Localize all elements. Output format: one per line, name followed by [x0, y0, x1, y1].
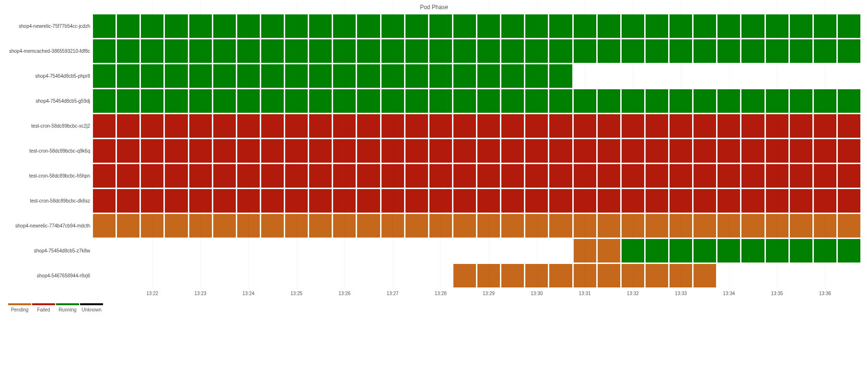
heatmap-cell[interactable] [766, 189, 788, 213]
heatmap-cell[interactable] [694, 114, 716, 138]
heatmap-cell[interactable] [285, 239, 308, 263]
heatmap-cell[interactable] [766, 214, 788, 238]
heatmap-cell[interactable] [718, 264, 740, 287]
heatmap-cell[interactable] [382, 14, 404, 38]
heatmap-cell[interactable] [382, 89, 404, 113]
heatmap-cell[interactable] [213, 264, 236, 287]
heatmap-cell[interactable] [213, 189, 236, 213]
heatmap-cell[interactable] [741, 64, 764, 88]
heatmap-cell[interactable] [285, 14, 308, 38]
heatmap-cell[interactable] [814, 64, 836, 88]
heatmap-cell[interactable] [477, 139, 500, 163]
heatmap-cell[interactable] [670, 64, 692, 88]
heatmap-cell[interactable] [117, 214, 139, 238]
heatmap-cell[interactable] [93, 39, 116, 63]
heatmap-cell[interactable] [646, 139, 668, 163]
heatmap-cell[interactable] [429, 139, 452, 163]
heatmap-cell[interactable] [598, 64, 620, 88]
heatmap-cell[interactable] [189, 239, 212, 263]
heatmap-cell[interactable] [549, 214, 572, 238]
heatmap-cell[interactable] [814, 139, 836, 163]
heatmap-cell[interactable] [814, 214, 836, 238]
heatmap-cell[interactable] [718, 14, 740, 38]
heatmap-cell[interactable] [694, 239, 716, 263]
heatmap-cell[interactable] [598, 14, 620, 38]
heatmap-cell[interactable] [117, 114, 139, 138]
heatmap-cell[interactable] [309, 64, 332, 88]
heatmap-cell[interactable] [189, 264, 212, 287]
heatmap-cell[interactable] [766, 39, 788, 63]
heatmap-cell[interactable] [741, 214, 764, 238]
heatmap-cell[interactable] [718, 89, 740, 113]
heatmap-cell[interactable] [453, 14, 476, 38]
heatmap-cell[interactable] [766, 239, 788, 263]
heatmap-cell[interactable] [646, 239, 668, 263]
heatmap-cell[interactable] [694, 14, 716, 38]
heatmap-cell[interactable] [333, 14, 356, 38]
heatmap-cell[interactable] [285, 114, 308, 138]
heatmap-cell[interactable] [838, 64, 860, 88]
heatmap-cell[interactable] [141, 89, 163, 113]
heatmap-cell[interactable] [501, 239, 524, 263]
heatmap-cell[interactable] [141, 164, 163, 188]
heatmap-cell[interactable] [382, 189, 404, 213]
heatmap-cell[interactable] [429, 239, 452, 263]
heatmap-cell[interactable] [189, 114, 212, 138]
heatmap-cell[interactable] [525, 139, 548, 163]
heatmap-cell[interactable] [429, 264, 452, 287]
heatmap-cell[interactable] [766, 89, 788, 113]
heatmap-cell[interactable] [237, 164, 260, 188]
heatmap-cell[interactable] [814, 39, 836, 63]
heatmap-cell[interactable] [838, 189, 860, 213]
heatmap-cell[interactable] [285, 89, 308, 113]
heatmap-cell[interactable] [117, 239, 139, 263]
heatmap-cell[interactable] [141, 139, 163, 163]
heatmap-cell[interactable] [694, 214, 716, 238]
heatmap-cell[interactable] [598, 139, 620, 163]
heatmap-cell[interactable] [622, 64, 644, 88]
heatmap-cell[interactable] [477, 264, 500, 287]
heatmap-cell[interactable] [574, 39, 596, 63]
heatmap-cell[interactable] [405, 214, 428, 238]
heatmap-cell[interactable] [429, 164, 452, 188]
heatmap-cell[interactable] [405, 139, 428, 163]
heatmap-cell[interactable] [453, 164, 476, 188]
heatmap-cell[interactable] [814, 239, 836, 263]
legend-item[interactable]: Running [56, 303, 80, 312]
heatmap-cell[interactable] [598, 214, 620, 238]
heatmap-cell[interactable] [670, 189, 692, 213]
heatmap-cell[interactable] [309, 39, 332, 63]
heatmap-cell[interactable] [357, 139, 380, 163]
heatmap-cell[interactable] [453, 64, 476, 88]
heatmap-cell[interactable] [670, 264, 692, 287]
heatmap-cell[interactable] [405, 89, 428, 113]
heatmap-cell[interactable] [405, 64, 428, 88]
heatmap-cell[interactable] [646, 189, 668, 213]
heatmap-cell[interactable] [453, 214, 476, 238]
heatmap-cell[interactable] [814, 264, 836, 287]
heatmap-cell[interactable] [405, 264, 428, 287]
heatmap-cell[interactable] [237, 64, 260, 88]
heatmap-cell[interactable] [382, 64, 404, 88]
heatmap-cell[interactable] [429, 39, 452, 63]
heatmap-cell[interactable] [838, 14, 860, 38]
heatmap-cell[interactable] [574, 114, 596, 138]
heatmap-cell[interactable] [429, 114, 452, 138]
heatmap-cell[interactable] [741, 164, 764, 188]
heatmap-cell[interactable] [549, 89, 572, 113]
heatmap-cell[interactable] [117, 164, 139, 188]
heatmap-cell[interactable] [718, 164, 740, 188]
heatmap-cell[interactable] [213, 89, 236, 113]
heatmap-cell[interactable] [357, 264, 380, 287]
heatmap-cell[interactable] [405, 39, 428, 63]
heatmap-cell[interactable] [814, 89, 836, 113]
heatmap-cell[interactable] [670, 39, 692, 63]
heatmap-cell[interactable] [237, 39, 260, 63]
heatmap-cell[interactable] [213, 239, 236, 263]
heatmap-cell[interactable] [237, 114, 260, 138]
heatmap-cell[interactable] [117, 264, 139, 287]
heatmap-cell[interactable] [574, 64, 596, 88]
heatmap-cell[interactable] [501, 14, 524, 38]
heatmap-cell[interactable] [429, 64, 452, 88]
heatmap-cell[interactable] [382, 264, 404, 287]
